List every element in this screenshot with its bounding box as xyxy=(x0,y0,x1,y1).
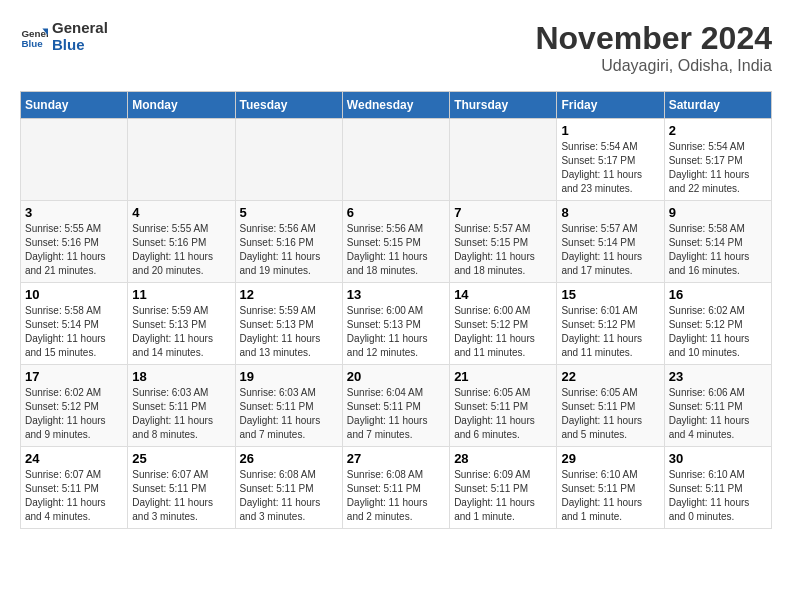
day-number: 7 xyxy=(454,205,552,220)
day-number: 10 xyxy=(25,287,123,302)
day-info: Sunrise: 6:07 AM Sunset: 5:11 PM Dayligh… xyxy=(25,468,123,524)
day-number: 6 xyxy=(347,205,445,220)
weekday-header: Thursday xyxy=(450,92,557,119)
day-number: 3 xyxy=(25,205,123,220)
day-info: Sunrise: 6:03 AM Sunset: 5:11 PM Dayligh… xyxy=(132,386,230,442)
calendar-cell: 10Sunrise: 5:58 AM Sunset: 5:14 PM Dayli… xyxy=(21,283,128,365)
weekday-header: Tuesday xyxy=(235,92,342,119)
day-number: 13 xyxy=(347,287,445,302)
calendar-cell: 22Sunrise: 6:05 AM Sunset: 5:11 PM Dayli… xyxy=(557,365,664,447)
calendar-cell: 4Sunrise: 5:55 AM Sunset: 5:16 PM Daylig… xyxy=(128,201,235,283)
day-info: Sunrise: 6:02 AM Sunset: 5:12 PM Dayligh… xyxy=(25,386,123,442)
calendar-week-row: 10Sunrise: 5:58 AM Sunset: 5:14 PM Dayli… xyxy=(21,283,772,365)
day-number: 11 xyxy=(132,287,230,302)
calendar-week-row: 17Sunrise: 6:02 AM Sunset: 5:12 PM Dayli… xyxy=(21,365,772,447)
day-info: Sunrise: 6:01 AM Sunset: 5:12 PM Dayligh… xyxy=(561,304,659,360)
day-info: Sunrise: 6:09 AM Sunset: 5:11 PM Dayligh… xyxy=(454,468,552,524)
calendar-cell: 19Sunrise: 6:03 AM Sunset: 5:11 PM Dayli… xyxy=(235,365,342,447)
day-number: 18 xyxy=(132,369,230,384)
day-number: 8 xyxy=(561,205,659,220)
calendar-week-row: 24Sunrise: 6:07 AM Sunset: 5:11 PM Dayli… xyxy=(21,447,772,529)
header: General Blue General Blue November 2024 … xyxy=(20,20,772,75)
logo-line1: General xyxy=(52,20,108,37)
calendar-cell: 3Sunrise: 5:55 AM Sunset: 5:16 PM Daylig… xyxy=(21,201,128,283)
calendar-cell: 13Sunrise: 6:00 AM Sunset: 5:13 PM Dayli… xyxy=(342,283,449,365)
day-number: 16 xyxy=(669,287,767,302)
day-info: Sunrise: 6:03 AM Sunset: 5:11 PM Dayligh… xyxy=(240,386,338,442)
location-subtitle: Udayagiri, Odisha, India xyxy=(535,57,772,75)
calendar-cell: 15Sunrise: 6:01 AM Sunset: 5:12 PM Dayli… xyxy=(557,283,664,365)
day-info: Sunrise: 5:56 AM Sunset: 5:16 PM Dayligh… xyxy=(240,222,338,278)
day-number: 14 xyxy=(454,287,552,302)
calendar-cell: 9Sunrise: 5:58 AM Sunset: 5:14 PM Daylig… xyxy=(664,201,771,283)
day-info: Sunrise: 5:58 AM Sunset: 5:14 PM Dayligh… xyxy=(25,304,123,360)
day-info: Sunrise: 6:07 AM Sunset: 5:11 PM Dayligh… xyxy=(132,468,230,524)
calendar-cell xyxy=(342,119,449,201)
day-info: Sunrise: 5:56 AM Sunset: 5:15 PM Dayligh… xyxy=(347,222,445,278)
day-info: Sunrise: 5:58 AM Sunset: 5:14 PM Dayligh… xyxy=(669,222,767,278)
month-title: November 2024 xyxy=(535,20,772,57)
calendar-cell xyxy=(21,119,128,201)
day-number: 5 xyxy=(240,205,338,220)
day-info: Sunrise: 5:59 AM Sunset: 5:13 PM Dayligh… xyxy=(132,304,230,360)
day-number: 29 xyxy=(561,451,659,466)
day-number: 25 xyxy=(132,451,230,466)
logo-icon: General Blue xyxy=(20,23,48,51)
day-number: 26 xyxy=(240,451,338,466)
day-info: Sunrise: 6:10 AM Sunset: 5:11 PM Dayligh… xyxy=(669,468,767,524)
calendar-cell: 27Sunrise: 6:08 AM Sunset: 5:11 PM Dayli… xyxy=(342,447,449,529)
day-number: 21 xyxy=(454,369,552,384)
calendar-cell: 7Sunrise: 5:57 AM Sunset: 5:15 PM Daylig… xyxy=(450,201,557,283)
calendar-cell: 23Sunrise: 6:06 AM Sunset: 5:11 PM Dayli… xyxy=(664,365,771,447)
day-info: Sunrise: 5:54 AM Sunset: 5:17 PM Dayligh… xyxy=(561,140,659,196)
calendar-cell: 30Sunrise: 6:10 AM Sunset: 5:11 PM Dayli… xyxy=(664,447,771,529)
calendar-week-row: 3Sunrise: 5:55 AM Sunset: 5:16 PM Daylig… xyxy=(21,201,772,283)
day-info: Sunrise: 5:57 AM Sunset: 5:15 PM Dayligh… xyxy=(454,222,552,278)
day-number: 27 xyxy=(347,451,445,466)
day-info: Sunrise: 6:08 AM Sunset: 5:11 PM Dayligh… xyxy=(347,468,445,524)
weekday-header: Saturday xyxy=(664,92,771,119)
weekday-header-row: SundayMondayTuesdayWednesdayThursdayFrid… xyxy=(21,92,772,119)
day-info: Sunrise: 6:00 AM Sunset: 5:12 PM Dayligh… xyxy=(454,304,552,360)
day-number: 17 xyxy=(25,369,123,384)
day-number: 1 xyxy=(561,123,659,138)
calendar-header: SundayMondayTuesdayWednesdayThursdayFrid… xyxy=(21,92,772,119)
svg-text:Blue: Blue xyxy=(21,37,43,48)
day-number: 19 xyxy=(240,369,338,384)
day-number: 2 xyxy=(669,123,767,138)
logo: General Blue General Blue xyxy=(20,20,108,53)
weekday-header: Friday xyxy=(557,92,664,119)
day-info: Sunrise: 6:00 AM Sunset: 5:13 PM Dayligh… xyxy=(347,304,445,360)
calendar-cell: 12Sunrise: 5:59 AM Sunset: 5:13 PM Dayli… xyxy=(235,283,342,365)
calendar-cell: 2Sunrise: 5:54 AM Sunset: 5:17 PM Daylig… xyxy=(664,119,771,201)
calendar-cell: 18Sunrise: 6:03 AM Sunset: 5:11 PM Dayli… xyxy=(128,365,235,447)
weekday-header: Wednesday xyxy=(342,92,449,119)
calendar-cell: 29Sunrise: 6:10 AM Sunset: 5:11 PM Dayli… xyxy=(557,447,664,529)
day-number: 30 xyxy=(669,451,767,466)
calendar-cell xyxy=(235,119,342,201)
calendar-week-row: 1Sunrise: 5:54 AM Sunset: 5:17 PM Daylig… xyxy=(21,119,772,201)
day-info: Sunrise: 5:55 AM Sunset: 5:16 PM Dayligh… xyxy=(25,222,123,278)
logo-line2: Blue xyxy=(52,37,108,54)
calendar-cell: 24Sunrise: 6:07 AM Sunset: 5:11 PM Dayli… xyxy=(21,447,128,529)
day-info: Sunrise: 6:02 AM Sunset: 5:12 PM Dayligh… xyxy=(669,304,767,360)
calendar-cell: 8Sunrise: 5:57 AM Sunset: 5:14 PM Daylig… xyxy=(557,201,664,283)
day-number: 20 xyxy=(347,369,445,384)
weekday-header: Monday xyxy=(128,92,235,119)
calendar-body: 1Sunrise: 5:54 AM Sunset: 5:17 PM Daylig… xyxy=(21,119,772,529)
calendar-cell: 17Sunrise: 6:02 AM Sunset: 5:12 PM Dayli… xyxy=(21,365,128,447)
day-info: Sunrise: 6:05 AM Sunset: 5:11 PM Dayligh… xyxy=(561,386,659,442)
day-number: 22 xyxy=(561,369,659,384)
calendar-cell xyxy=(128,119,235,201)
day-info: Sunrise: 6:04 AM Sunset: 5:11 PM Dayligh… xyxy=(347,386,445,442)
calendar-cell: 26Sunrise: 6:08 AM Sunset: 5:11 PM Dayli… xyxy=(235,447,342,529)
calendar-cell xyxy=(450,119,557,201)
day-info: Sunrise: 6:08 AM Sunset: 5:11 PM Dayligh… xyxy=(240,468,338,524)
day-number: 24 xyxy=(25,451,123,466)
title-section: November 2024 Udayagiri, Odisha, India xyxy=(535,20,772,75)
day-info: Sunrise: 6:05 AM Sunset: 5:11 PM Dayligh… xyxy=(454,386,552,442)
calendar-cell: 20Sunrise: 6:04 AM Sunset: 5:11 PM Dayli… xyxy=(342,365,449,447)
day-number: 15 xyxy=(561,287,659,302)
day-info: Sunrise: 6:10 AM Sunset: 5:11 PM Dayligh… xyxy=(561,468,659,524)
day-number: 9 xyxy=(669,205,767,220)
